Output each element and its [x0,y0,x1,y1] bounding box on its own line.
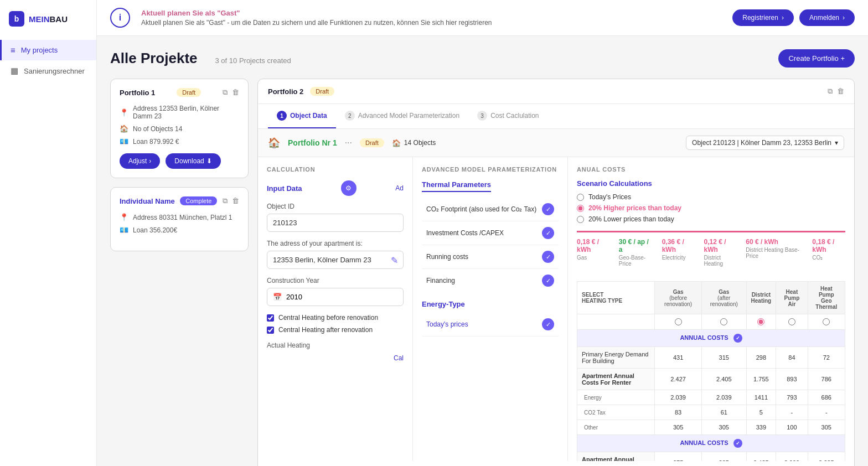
address-input-wrapper: ✎ [267,251,404,269]
radio-lower-input[interactable] [577,216,584,223]
calc-link[interactable]: Cal [394,354,404,362]
main-content: i Aktuell planen Sie als "Gast" Aktuell … [97,0,868,466]
projects-layout: Portfolio 1 Draft ⧉ 🗑 📍 Address 12353 Be… [110,79,855,466]
calc-title: CALCULATION [267,166,404,173]
left-column: Portfolio 1 Draft ⧉ 🗑 📍 Address 12353 Be… [110,79,249,466]
ad-link[interactable]: Ad [395,184,404,192]
radio-todays-input[interactable] [577,194,584,201]
other-row: Other 305 305 339 100 305 [577,420,845,435]
tab-object-data[interactable]: 1 Object Data [268,104,336,128]
financing-check-icon: ✓ [542,275,554,287]
object-id-input[interactable] [267,214,404,232]
district-heating-header: DistrictHeating [746,282,776,314]
delete-icon[interactable]: 🗑 [232,88,239,97]
page-content: Alle Projekte 3 of 10 Projects created C… [97,36,868,466]
page-subtitle: 3 of 10 Projects created [215,56,291,65]
tab-advanced-model[interactable]: 2 Advanced Model Parameterization [336,104,468,128]
address-edit-icon[interactable]: ✎ [391,255,398,265]
download-button[interactable]: Download ⬇ [166,153,220,169]
checkbox-after[interactable] [267,327,274,334]
co2-price-label: CO₂ [812,255,845,261]
portfolio-card-individual: Individual Name Complete ⧉ 🗑 📍 Address 8… [110,187,249,251]
sub-actions: Object 210123 | Kölner Damm 23, 12353 Be… [686,136,844,150]
address-input[interactable] [267,251,404,269]
portfolio2-header: Portfolio 2 Draft ⧉ 🗑 [258,79,854,104]
apt-renter-gas-after: 2.405 [702,369,747,390]
gas-price-label: Gas [577,255,610,261]
heat-pump-geo-header: Heat PumpGeo Thermal [808,282,845,314]
dots-menu[interactable]: ··· [345,138,352,148]
banner-desc: Aktuell planen Sie als "Gast" - um die D… [141,19,721,27]
sidebar-item-sanierungsrechner[interactable]: ▦ Sanierungsrechner [0,60,96,81]
year-input: 📅 2010 [267,288,404,306]
location-icon: 📍 [120,108,128,117]
adjust-button[interactable]: Adjust › [120,153,160,169]
co2-price-val: 0,18 € / kWh [812,238,845,253]
heat-pump-air-radio-cell[interactable] [776,314,808,330]
apt-owner-gas-before: 275 [655,452,702,462]
apt-owner-hp-air: 3.092 [776,452,808,462]
portfolio-1-address-row: 📍 Address 12353 Berlin, Kölner Damm 23 [120,105,239,120]
page-header: Alle Projekte 3 of 10 Projects created C… [110,49,855,68]
tab-bar: 1 Object Data 2 Advanced Model Parameter… [258,104,854,129]
page-title: Alle Projekte [110,50,198,67]
thermal-section: Thermal Parameters CO₂ Footprint (also u… [422,180,559,292]
radio-higher-prices[interactable]: 20% Higher prices than today [577,204,845,212]
radio-lower-prices[interactable]: 20% Lower prices than today [577,215,845,223]
portfolio-1-title: Portfolio 1 [120,89,155,97]
banner-title: Aktuell planen Sie als "Gast" [141,9,721,17]
checkbox-before[interactable] [267,314,274,322]
district-price-label: District Heating [704,255,737,267]
annual-costs-edit-icon[interactable]: ✓ [733,334,742,343]
portfolio-individual-badge: Complete [180,196,217,205]
sidebar-item-my-projects[interactable]: ≡ My projects [0,40,96,60]
delete-icon[interactable]: 🗑 [232,196,239,205]
portfolio-detail-panel: Portfolio 2 Draft ⧉ 🗑 1 Object Data 2 [257,79,855,466]
tab-cost-calculation[interactable]: 3 Cost Caclulation [468,104,547,128]
checkbox-group: Central Heating before renovation Centra… [267,314,404,334]
thermal-section-title: Thermal Parameters [422,180,491,192]
sidebar-item-label: Sanierungsrechner [24,67,85,75]
energy-district: 1411 [746,390,776,405]
card-individual-header: Individual Name Complete ⧉ 🗑 [120,196,239,205]
gas-before-header: Gas(before renovation) [655,282,702,314]
costs-title: ANUAL COSTS [577,166,845,173]
object-select[interactable]: Object 210123 | Kölner Damm 23, 12353 Be… [686,136,844,150]
construction-year-label: Construction Year [267,277,404,284]
gas-before-radio-cell[interactable] [655,314,702,330]
checkbox-central-heating-before[interactable]: Central Heating before renovation [267,314,404,322]
other-district: 339 [746,420,776,435]
home-icon: 🏠 [268,137,280,149]
primary-energy-hp-air: 84 [776,347,808,369]
other-gas-after: 305 [702,420,747,435]
district-price-val: 0,12 € / kWh [704,238,737,253]
radio-higher-input[interactable] [577,205,584,212]
register-button[interactable]: Registrieren › [732,9,794,26]
district-base-val: 60 € / kWh [746,238,803,246]
electricity-price-label: Electricity [662,255,695,261]
copy-icon[interactable]: ⧉ [223,196,228,205]
address-group: The adress of your apartment is: ✎ [267,240,404,269]
create-portfolio-button[interactable]: Create Portfolio + [778,49,855,68]
login-button[interactable]: Anmelden › [799,9,855,26]
portfolio-1-badge: Draft [177,88,201,97]
heat-pump-geo-radio-cell[interactable] [808,314,845,330]
price-bars: 0,18 € / kWh Gas 30 € / ap / a Geo-Base-… [577,231,845,272]
radio-todays-prices[interactable]: Today's Prices [577,193,845,201]
card-individual-info: 📍 Address 80331 München, Platzl 1 💶 Loan… [120,213,239,234]
gas-after-radio-cell[interactable] [702,314,747,330]
co2-tax-hp-air: - [776,405,808,420]
district-radio-cell[interactable] [746,314,776,330]
checkbox-central-heating-after[interactable]: Central Heating after renovation [267,326,404,334]
co2-tax-hp-geo: - [808,405,845,420]
sub-objects: 14 Objects [404,139,436,147]
individual-address-row: 📍 Address 80331 München, Platzl 1 [120,213,239,221]
copy-icon[interactable]: ⧉ [828,87,833,96]
individual-address: Address 80331 München, Platzl 1 [133,214,232,221]
copy-icon[interactable]: ⧉ [223,88,228,97]
delete-icon[interactable]: 🗑 [837,87,844,96]
annual-costs-2-edit-icon[interactable]: ✓ [733,439,742,448]
individual-loan: Loan 356.200€ [133,226,177,234]
address-label: The adress of your apartment is: [267,240,404,247]
primary-energy-label: Primary Energy Demand For Building [577,347,655,369]
